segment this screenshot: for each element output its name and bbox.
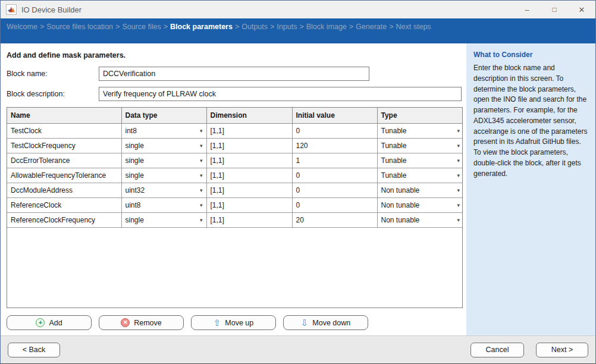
column-header-data-type: Data type bbox=[121, 108, 206, 123]
cell-name[interactable]: TestClockFrequency bbox=[7, 138, 121, 153]
cell-dimension[interactable]: [1,1] bbox=[206, 183, 292, 197]
cell-initial-value[interactable]: 0 bbox=[292, 123, 377, 138]
matlab-logo-icon bbox=[6, 4, 17, 15]
block-description-label: Block description: bbox=[7, 90, 99, 98]
table-row: ReferenceClock uint8▾ [1,1] 0 Non tunabl… bbox=[7, 197, 463, 212]
cell-initial-value[interactable]: 0 bbox=[292, 197, 377, 212]
cell-name[interactable]: ReferenceClockFrequency bbox=[7, 212, 121, 227]
move-up-button[interactable]: ⇧ Move up bbox=[191, 315, 276, 330]
move-down-button[interactable]: ⇩ Move down bbox=[283, 315, 368, 330]
cell-type-dropdown[interactable]: Tunable▾ bbox=[377, 138, 463, 153]
cell-name[interactable]: DccErrorTolerance bbox=[7, 153, 121, 168]
column-header-type: Type bbox=[377, 108, 463, 123]
window-controls: – □ ✕ bbox=[513, 1, 595, 18]
footer-right-buttons: Cancel Next > bbox=[470, 343, 588, 357]
cell-data-type-dropdown[interactable]: uint32▾ bbox=[121, 183, 206, 197]
block-name-input[interactable] bbox=[99, 67, 369, 81]
move-down-button-label: Move down bbox=[312, 319, 350, 327]
type-value: Tunable bbox=[381, 171, 407, 180]
cell-dimension[interactable]: [1,1] bbox=[206, 212, 292, 227]
block-name-row: Block name: bbox=[7, 67, 466, 81]
cancel-button[interactable]: Cancel bbox=[470, 343, 524, 357]
cell-initial-value[interactable]: 0 bbox=[292, 168, 377, 183]
cell-dimension[interactable]: [1,1] bbox=[206, 168, 292, 183]
remove-button[interactable]: ✕ Remove bbox=[99, 315, 184, 330]
io-device-builder-window: IO Device Builder – □ ✕ Welcome>Source f… bbox=[0, 0, 596, 364]
breadcrumb-separator: > bbox=[268, 23, 277, 31]
content-area: Add and define mask parameters. Block na… bbox=[1, 43, 595, 335]
cell-initial-value[interactable]: 1 bbox=[292, 153, 377, 168]
block-description-input[interactable] bbox=[99, 87, 462, 101]
arrow-up-icon: ⇧ bbox=[214, 318, 221, 327]
cell-initial-value[interactable]: 120 bbox=[292, 138, 377, 153]
cell-data-type-dropdown[interactable]: uint8▾ bbox=[121, 197, 206, 212]
next-button[interactable]: Next > bbox=[536, 343, 588, 357]
table-actions: + Add ✕ Remove ⇧ Move up ⇩ Move down bbox=[7, 315, 466, 330]
minimize-button[interactable]: – bbox=[513, 1, 541, 18]
cell-name[interactable]: DccModuleAddress bbox=[7, 183, 121, 197]
data-type-value: single bbox=[126, 171, 144, 180]
breadcrumb-separator: > bbox=[233, 23, 241, 31]
help-sidebar: What to Consider Enter the block name an… bbox=[466, 43, 595, 335]
chevron-down-icon: ▾ bbox=[457, 127, 460, 133]
breadcrumb-item-generate: Generate bbox=[356, 23, 387, 31]
footer-bar: < Back Cancel Next > bbox=[1, 335, 595, 363]
breadcrumb-separator: > bbox=[113, 23, 122, 31]
back-button[interactable]: < Back bbox=[8, 343, 60, 357]
cell-data-type-dropdown[interactable]: int8▾ bbox=[121, 123, 206, 138]
chevron-down-icon: ▾ bbox=[200, 216, 203, 222]
add-circle-icon: + bbox=[36, 318, 45, 327]
chevron-down-icon: ▾ bbox=[457, 172, 460, 178]
data-type-value: int8 bbox=[126, 127, 137, 135]
sidebar-title: What to Consider bbox=[473, 51, 589, 59]
maximize-button[interactable]: □ bbox=[541, 1, 568, 18]
cell-initial-value[interactable]: 0 bbox=[292, 183, 377, 197]
chevron-down-icon: ▾ bbox=[457, 202, 460, 208]
breadcrumb-separator: > bbox=[37, 23, 46, 31]
cell-type-dropdown[interactable]: Non tunable▾ bbox=[377, 183, 463, 197]
chevron-down-icon: ▾ bbox=[457, 142, 460, 148]
cell-dimension[interactable]: [1,1] bbox=[206, 153, 292, 168]
breadcrumb-item-welcome: Welcome bbox=[7, 23, 37, 31]
cell-data-type-dropdown[interactable]: single▾ bbox=[121, 138, 206, 153]
chevron-down-icon: ▾ bbox=[200, 142, 203, 148]
titlebar: IO Device Builder – □ ✕ bbox=[1, 1, 595, 18]
cell-type-dropdown[interactable]: Non tunable▾ bbox=[377, 197, 463, 212]
type-value: Tunable bbox=[381, 142, 407, 150]
breadcrumb-separator: > bbox=[347, 23, 356, 31]
cell-data-type-dropdown[interactable]: single▾ bbox=[121, 168, 206, 183]
remove-circle-icon: ✕ bbox=[121, 318, 130, 327]
arrow-down-icon: ⇩ bbox=[301, 318, 309, 327]
cell-dimension[interactable]: [1,1] bbox=[206, 123, 292, 138]
cell-type-dropdown[interactable]: Non tunable▾ bbox=[377, 212, 463, 227]
column-header-name: Name bbox=[7, 108, 121, 123]
cell-type-dropdown[interactable]: Tunable▾ bbox=[377, 168, 463, 183]
data-type-value: uint8 bbox=[126, 201, 141, 209]
type-value: Tunable bbox=[381, 127, 407, 135]
cell-dimension[interactable]: [1,1] bbox=[206, 197, 292, 212]
breadcrumb-item-block-image: Block image bbox=[306, 23, 347, 31]
table-header-row: Name Data type Dimension Initial value T… bbox=[7, 108, 463, 123]
cell-dimension[interactable]: [1,1] bbox=[206, 138, 292, 153]
cell-type-dropdown[interactable]: Tunable▾ bbox=[377, 153, 463, 168]
cell-type-dropdown[interactable]: Tunable▾ bbox=[377, 123, 463, 138]
breadcrumb-separator: > bbox=[297, 23, 306, 31]
add-button[interactable]: + Add bbox=[7, 315, 92, 330]
chevron-down-icon: ▾ bbox=[457, 216, 460, 222]
cell-name[interactable]: AllowableFrequencyTolerance bbox=[7, 168, 121, 183]
cell-name[interactable]: TestClock bbox=[7, 123, 121, 138]
cell-name[interactable]: ReferenceClock bbox=[7, 197, 121, 212]
type-value: Non tunable bbox=[381, 201, 420, 209]
cell-data-type-dropdown[interactable]: single▾ bbox=[121, 153, 206, 168]
table-row: ReferenceClockFrequency single▾ [1,1] 20… bbox=[7, 212, 463, 227]
window-title: IO Device Builder bbox=[21, 5, 81, 14]
table-row: DccModuleAddress uint32▾ [1,1] 0 Non tun… bbox=[7, 183, 463, 197]
breadcrumb-separator: > bbox=[387, 23, 396, 31]
data-type-value: uint32 bbox=[126, 186, 145, 194]
close-button[interactable]: ✕ bbox=[568, 1, 595, 18]
cell-initial-value[interactable]: 20 bbox=[292, 212, 377, 227]
parameters-table: Name Data type Dimension Initial value T… bbox=[7, 107, 463, 308]
cell-data-type-dropdown[interactable]: single▾ bbox=[121, 212, 206, 227]
table-row: TestClockFrequency single▾ [1,1] 120 Tun… bbox=[7, 138, 463, 153]
chevron-down-icon: ▾ bbox=[200, 172, 203, 178]
